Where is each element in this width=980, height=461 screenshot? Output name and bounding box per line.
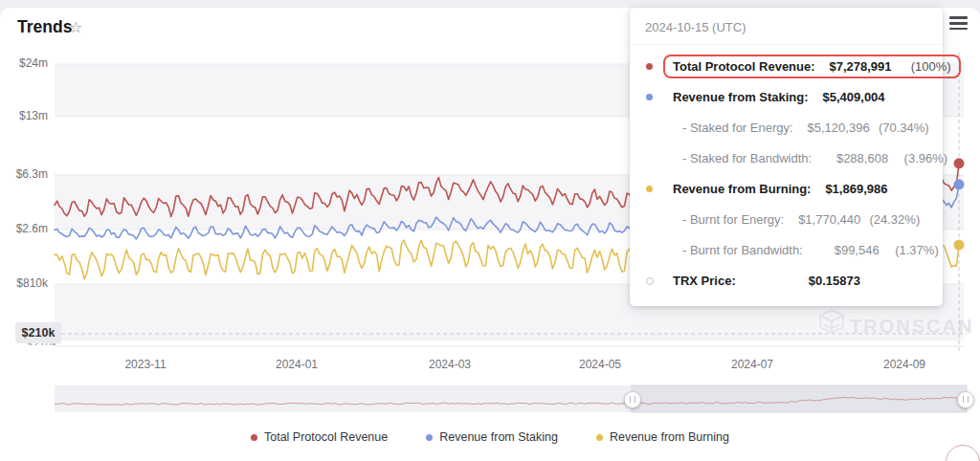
tooltip-row-staked-bandwidth: - Staked for Bandwidth: $288,608(3.96%) — [643, 146, 929, 170]
y-tick-2m: $2.6m — [0, 222, 48, 235]
tooltip-row-total: Total Protocol Revenue: $7,278,991(100%) — [643, 55, 929, 78]
staking-series-dot — [646, 94, 653, 100]
trends-page: TRONSCAN Trends ☆ $24m $13m $6.3m $2.6m … — [0, 0, 980, 461]
axis-pointer-label: $210k — [15, 322, 61, 343]
legend-item-burning[interactable]: Revenue from Burning — [596, 430, 729, 444]
burning-series-dot — [646, 186, 653, 192]
legend-dot-total — [251, 434, 257, 441]
datazoom-window[interactable] — [632, 385, 967, 412]
legend-item-staking[interactable]: Revenue from Staking — [426, 430, 558, 444]
tooltip-row-burnt-bandwidth: - Burnt for Bandwidth: $99,546(1.37%) — [643, 238, 929, 262]
tooltip-body: Total Protocol Revenue: $7,278,991(100%)… — [630, 45, 943, 306]
x-tick: 2024-01 — [276, 358, 318, 371]
trx-price-dot — [646, 277, 654, 285]
y-tick-6m: $6.3m — [0, 167, 48, 181]
tooltip-row-burnt-energy: - Burnt for Energy: $1,770,440(24.32%) — [643, 208, 929, 231]
y-tick-810k: $810k — [0, 276, 48, 290]
x-tick: 2023-11 — [124, 358, 166, 371]
x-tick: 2024-05 — [579, 358, 621, 371]
trends-card: TRONSCAN Trends ☆ $24m $13m $6.3m $2.6m … — [0, 8, 980, 461]
tooltip-row-burning: Revenue from Burning: $1,869,986 — [643, 177, 929, 201]
x-tick: 2024-03 — [429, 358, 471, 371]
tooltip-row-trx-price: TRX Price: $0.15873 — [643, 269, 929, 293]
legend-dot-staking — [426, 434, 433, 441]
x-tick: 2024-07 — [731, 358, 773, 371]
chart-tooltip: 2024-10-15 (UTC) Total Protocol Revenue:… — [630, 8, 943, 306]
datazoom-right-handle[interactable] — [957, 391, 974, 408]
tooltip-row-staked-energy: - Staked for Energy: $5,120,396(70.34%) — [643, 116, 929, 140]
chart-legend: Total Protocol Revenue Revenue from Stak… — [0, 430, 980, 444]
x-tick: 2024-09 — [883, 358, 925, 371]
y-tick-24m: $24m — [0, 56, 48, 70]
legend-dot-burning — [596, 434, 603, 441]
datazoom-left-handle[interactable] — [624, 391, 641, 408]
tooltip-highlight-box: Total Protocol Revenue: $7,278,991(100%) — [663, 55, 961, 78]
legend-item-total[interactable]: Total Protocol Revenue — [251, 430, 388, 444]
tooltip-row-staking: Revenue from Staking: $5,409,004 — [643, 85, 929, 109]
y-tick-13m: $13m — [0, 109, 48, 122]
total-series-dot — [646, 63, 653, 70]
tooltip-date: 2024-10-15 (UTC) — [630, 8, 943, 45]
